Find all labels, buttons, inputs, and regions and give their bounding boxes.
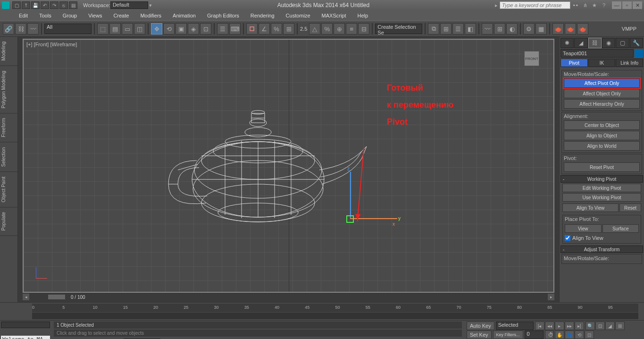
reset-button[interactable]: Reset (619, 203, 641, 212)
goto-end-icon[interactable]: ▸| (575, 322, 584, 330)
subtab-pivot[interactable]: Pivot (560, 59, 588, 67)
angle-snap-icon[interactable]: ∠ (259, 23, 270, 34)
menu-tools[interactable]: Tools (33, 12, 57, 19)
adjust-transform-header[interactable]: Adjust Transform (560, 246, 643, 253)
menu-help[interactable]: Help (352, 12, 374, 19)
surface-button[interactable]: Surface (602, 224, 639, 233)
menu-group[interactable]: Group (57, 12, 83, 19)
goto-start-icon[interactable]: |◂ (535, 322, 544, 330)
viewport[interactable]: [+] [Front] [Wireframe] (18, 37, 559, 302)
new-icon[interactable]: ▢ (12, 1, 21, 9)
subtab-ik[interactable]: IK (588, 59, 616, 67)
menu-create[interactable]: Create (108, 12, 134, 19)
panel-tab-modify-icon[interactable]: ◢ (574, 38, 587, 48)
panel-tab-motion-icon[interactable]: ◉ (602, 38, 615, 48)
edge-constraint-icon[interactable]: △ (309, 23, 320, 34)
viewport-label[interactable]: [+] [Front] [Wireframe] (26, 42, 77, 47)
nav-zoomall-icon[interactable]: ⊡ (595, 322, 605, 330)
play-icon[interactable]: ▸ (555, 322, 564, 330)
menu-rendering[interactable]: Rendering (245, 12, 280, 19)
viewport-scrollbar[interactable]: ◂ 0 / 100 ▸ (23, 294, 554, 300)
key-filter-select[interactable]: Selected (496, 322, 534, 330)
scroll-left-icon[interactable]: ◂ (23, 294, 29, 300)
affect-object-only-button[interactable]: Affect Object Only (564, 89, 640, 98)
panel-tab-utilities-icon[interactable]: 🔧 (630, 38, 643, 48)
align-to-view-button[interactable]: Align To View (562, 203, 619, 212)
teapot-wireframe[interactable] (154, 90, 381, 231)
misc-icon[interactable]: ⊟ (358, 23, 369, 34)
render-frame-icon[interactable]: ▦ (535, 23, 547, 34)
menu-edit[interactable]: Edit (13, 12, 33, 19)
menu-grapheditors[interactable]: Graph Editors (201, 12, 245, 19)
pivot-center-icon[interactable]: ⊡ (200, 23, 211, 34)
object-color-swatch[interactable] (635, 49, 643, 58)
spinner-snap-icon[interactable]: ⊞ (283, 23, 294, 34)
time-config-icon[interactable]: ⏱ (545, 331, 553, 339)
workspace-select[interactable]: Default (110, 1, 148, 9)
render-iterative-icon[interactable]: 🫖 (565, 23, 576, 34)
percent-snap-icon[interactable]: % (271, 23, 282, 34)
save-icon[interactable]: 💾 (31, 1, 40, 9)
rotate-tool-icon[interactable]: ⟲ (163, 23, 175, 34)
affect-hierarchy-only-button[interactable]: Affect Hierarchy Only (564, 99, 640, 109)
maxscript-listener[interactable]: Welcome to MA (1, 336, 50, 339)
help-icon[interactable]: ? (600, 1, 608, 9)
manipulate-icon[interactable]: ☰ (217, 23, 228, 34)
link-icon[interactable]: ⎋ (59, 1, 68, 9)
edit-working-pivot-button[interactable]: Edit Working Pivot (562, 184, 641, 192)
redo-icon[interactable]: ↷ (50, 1, 59, 9)
ribbon-tab-freeform[interactable]: Freeform (0, 113, 17, 143)
ribbon-tab-populate[interactable]: Populate (0, 207, 17, 236)
use-working-pivot-button[interactable]: Use Working Pivot (562, 193, 641, 202)
panel-tab-create-icon[interactable]: ✺ (560, 38, 574, 48)
curve-editor-icon[interactable]: 〰 (482, 23, 493, 34)
working-pivot-header[interactable]: Working Pivot (560, 175, 643, 183)
subtab-linkinfo[interactable]: Link Info (616, 59, 643, 67)
scroll-thumb[interactable] (48, 295, 65, 299)
nav-walk-icon[interactable]: 👣 (565, 331, 574, 339)
viewcube[interactable]: FRONT (518, 44, 546, 73)
select-rect-icon[interactable]: ▭ (122, 23, 133, 34)
move-tool-icon[interactable]: ✥ (151, 23, 162, 34)
keyboard-icon[interactable]: ⌨ (229, 23, 241, 34)
layers-icon[interactable]: ☰ (452, 23, 464, 34)
selection-filter-select[interactable]: All (44, 24, 92, 34)
nav-fov-icon[interactable]: ◢ (605, 322, 615, 330)
nav-zoom-icon[interactable]: 🔍 (585, 322, 595, 330)
auto-key-button[interactable]: Auto Key (467, 322, 494, 330)
link-tool-icon[interactable]: 🔗 (3, 23, 14, 34)
next-frame-icon[interactable]: ▸▸ (565, 322, 574, 330)
reset-pivot-button[interactable]: Reset Pivot (564, 162, 640, 172)
object-name-input[interactable] (560, 49, 634, 58)
render-setup-icon[interactable]: ⚙ (523, 23, 535, 34)
ribbon-tab-selection[interactable]: Selection (0, 143, 17, 172)
panel-tab-hierarchy-icon[interactable]: ⛓ (588, 38, 602, 48)
material-editor-icon[interactable]: ◐ (506, 23, 518, 34)
window-crossing-icon[interactable]: ◫ (134, 23, 145, 34)
align-to-object-button[interactable]: Align to Object (564, 131, 640, 140)
nav-orbit-icon[interactable]: ⟲ (575, 331, 584, 339)
mirror-icon[interactable]: ⧉ (428, 23, 439, 34)
undo-icon[interactable]: ↶ (41, 1, 49, 9)
render-production-icon[interactable]: 🫖 (552, 23, 564, 34)
scale-tool-icon[interactable]: ▣ (176, 23, 187, 34)
set-key-button[interactable]: Set Key (467, 331, 492, 339)
timeline-track[interactable] (32, 313, 638, 319)
open-icon[interactable]: ⤒ (22, 1, 30, 9)
nav-pan-icon[interactable]: ✋ (555, 331, 564, 339)
align-tool-icon[interactable]: ⊞ (440, 23, 452, 34)
affect-pivot-only-button[interactable]: Affect Pivot Only (564, 78, 640, 88)
project-icon[interactable]: ▤ (69, 1, 77, 9)
view-button[interactable]: View (565, 224, 602, 233)
normal-align-icon[interactable]: % (321, 23, 333, 34)
layer-manager-icon[interactable]: ◧ (465, 23, 476, 34)
ribbon-tab-modeling[interactable]: Modeling (0, 37, 17, 66)
center-to-object-button[interactable]: Center to Object (564, 120, 640, 130)
prev-frame-icon[interactable]: ◂◂ (545, 322, 554, 330)
ribbon-tab-objectpaint[interactable]: Object Paint (0, 172, 17, 207)
maximize-button[interactable]: ▫ (622, 1, 632, 9)
align-to-view-checkbox[interactable]: Align To View (565, 235, 639, 241)
minimize-button[interactable]: — (612, 1, 621, 9)
bind-icon[interactable]: 〰 (27, 23, 39, 34)
panel-tab-display-icon[interactable]: ▢ (616, 38, 629, 48)
